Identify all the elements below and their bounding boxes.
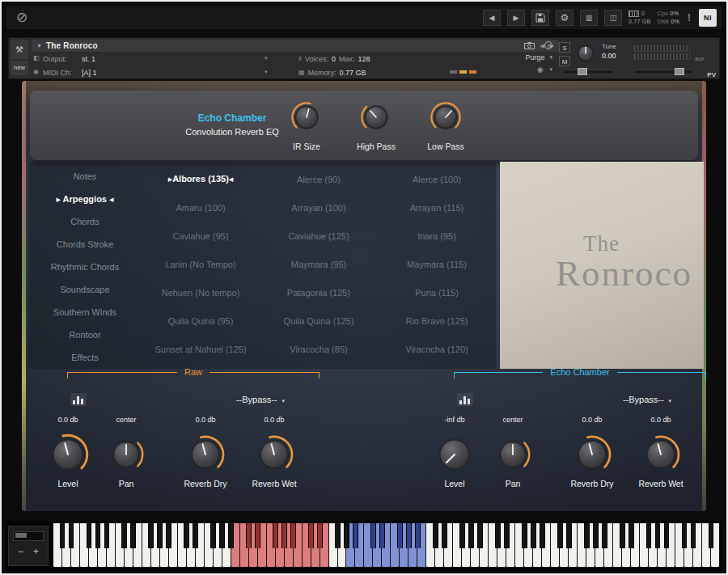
reverb-wet-knob[interactable] [633, 432, 689, 477]
black-key[interactable] [210, 523, 216, 548]
sidebar-item-soundscape[interactable]: Soundscape [28, 278, 142, 301]
black-key[interactable] [148, 523, 154, 548]
kontakt-logo-icon[interactable]: ⊘ [13, 9, 31, 27]
purge-button[interactable]: Purge [525, 53, 544, 61]
chevron-down-icon[interactable]: ▾ [549, 54, 552, 61]
black-key[interactable] [281, 523, 287, 548]
output-select[interactable]: st. 1 [82, 55, 95, 63]
fx-knob-high-pass[interactable]: High Pass [353, 101, 399, 151]
black-key[interactable] [335, 523, 341, 548]
output-window-button[interactable]: ◫ [604, 10, 622, 26]
preset-maymara-115[interactable]: Maymara (115) [378, 260, 496, 269]
black-key[interactable] [566, 523, 572, 548]
knob-dial[interactable] [430, 101, 462, 133]
black-key[interactable] [157, 523, 163, 548]
preset-viracocha-120[interactable]: Viracocha (120) [378, 345, 496, 354]
save-button[interactable] [531, 10, 549, 26]
piano-keyboard[interactable] [53, 523, 720, 567]
pan-knob[interactable] [485, 432, 541, 477]
reverb-dry-knob[interactable] [177, 432, 234, 477]
chevron-down-icon[interactable]: ▾ [265, 69, 268, 75]
black-key[interactable] [602, 523, 607, 548]
black-key[interactable] [584, 523, 590, 548]
knob-dial[interactable] [494, 436, 531, 473]
ir-bypass-select[interactable]: --Bypass--▾ [586, 395, 706, 404]
black-key[interactable] [459, 523, 465, 548]
level-knob[interactable] [40, 432, 96, 477]
preset-patagonia-125[interactable]: Patagonia (125) [260, 288, 378, 298]
black-key[interactable] [219, 523, 225, 548]
knob-dial[interactable] [254, 434, 294, 475]
black-key[interactable] [246, 523, 252, 548]
black-key[interactable] [87, 523, 92, 548]
volume-slider[interactable] [633, 70, 693, 74]
black-key[interactable] [273, 523, 278, 548]
black-key[interactable] [60, 523, 66, 548]
solo-button[interactable]: S [559, 42, 570, 53]
black-key[interactable] [397, 523, 403, 548]
sidebar-item-southern-winds[interactable]: Southern Winds [28, 301, 142, 323]
black-key[interactable] [691, 523, 696, 548]
black-key[interactable] [620, 523, 625, 548]
black-key[interactable] [495, 523, 501, 548]
sidebar-item-rhythmic-chords[interactable]: Rhythmic Chords [28, 256, 142, 278]
black-key[interactable] [166, 523, 171, 548]
midi-channel-select[interactable]: [A] 1 [82, 69, 97, 77]
preset-arrayan-100[interactable]: Arrayan (100) [260, 203, 378, 213]
black-key[interactable] [255, 523, 260, 548]
preset-alerce-90[interactable]: Alerce (90) [260, 175, 378, 184]
reverb-wet-knob[interactable] [246, 432, 303, 477]
tune-knob[interactable] [576, 44, 595, 66]
knob-dial[interactable] [108, 436, 145, 473]
black-key[interactable] [646, 523, 652, 548]
preset-caviahue-125[interactable]: Caviahue (125) [260, 231, 378, 241]
mute-button[interactable]: M [559, 56, 570, 66]
pan-slider-handle[interactable] [578, 68, 587, 75]
black-key[interactable] [557, 523, 563, 548]
preset-rio-bravo-125[interactable]: Rio Bravo (125) [378, 316, 496, 326]
new-badge-button[interactable]: new [11, 61, 28, 75]
camera-icon[interactable] [524, 42, 535, 49]
wrench-button[interactable]: ⚒ [11, 40, 28, 59]
level-knob[interactable] [426, 432, 483, 477]
black-key[interactable] [104, 523, 110, 548]
black-key[interactable] [228, 523, 234, 548]
knob-dial[interactable] [290, 101, 323, 133]
black-key[interactable] [664, 523, 670, 548]
preset-inara-95[interactable]: Inara (95) [378, 231, 496, 241]
preset-quila-quina-95[interactable]: Quila Quina (95) [142, 316, 260, 326]
black-key[interactable] [353, 523, 358, 548]
reverb-dry-knob[interactable] [564, 432, 620, 477]
preset-sunset-at-nahuel-125[interactable]: Sunset at Nahuel (125) [142, 345, 260, 354]
black-key[interactable] [290, 523, 296, 548]
black-key[interactable] [69, 523, 74, 548]
level-meter-icon-button[interactable] [457, 393, 473, 406]
knob-dial[interactable] [641, 434, 681, 475]
keyboard-minimap[interactable] [13, 531, 44, 541]
knob-dial[interactable] [185, 434, 226, 475]
settings-button[interactable]: ⚙ [556, 10, 574, 26]
black-key[interactable] [406, 523, 412, 548]
preset-puna-115[interactable]: Puna (115) [378, 288, 496, 298]
preset-alerce-100[interactable]: Alerce (100) [378, 175, 496, 184]
keyboard-scroll-controls[interactable]: −+ [8, 526, 49, 566]
knob-dial[interactable] [433, 433, 476, 476]
sidebar-item-chords[interactable]: Chords [28, 210, 142, 233]
chevron-down-icon[interactable]: ▾ [265, 55, 268, 61]
volume-slider-handle[interactable] [675, 68, 684, 75]
black-key[interactable] [709, 523, 714, 548]
black-key[interactable] [317, 523, 323, 548]
black-key[interactable] [415, 523, 421, 548]
sidebar-item-effects[interactable]: Effects [28, 346, 142, 369]
aux-label[interactable]: aux [695, 56, 704, 61]
black-key[interactable] [504, 523, 510, 548]
preset-quila-quina-125[interactable]: Quila Quina (125) [260, 316, 378, 326]
black-key[interactable] [477, 523, 483, 548]
sidebar-item-notes[interactable]: Notes [28, 165, 142, 188]
preset-lanin-no-tempo[interactable]: Lanin (No Tempo) [142, 260, 260, 269]
black-key[interactable] [433, 523, 438, 548]
preset-viracocha-85[interactable]: Viracocha (85) [260, 345, 378, 354]
keyboard-zoom-in-button[interactable]: + [28, 546, 44, 557]
preset-nehuen-no-tempo[interactable]: Nehuen (No tempo) [142, 288, 260, 298]
alert-indicator[interactable]: ! [686, 12, 692, 23]
